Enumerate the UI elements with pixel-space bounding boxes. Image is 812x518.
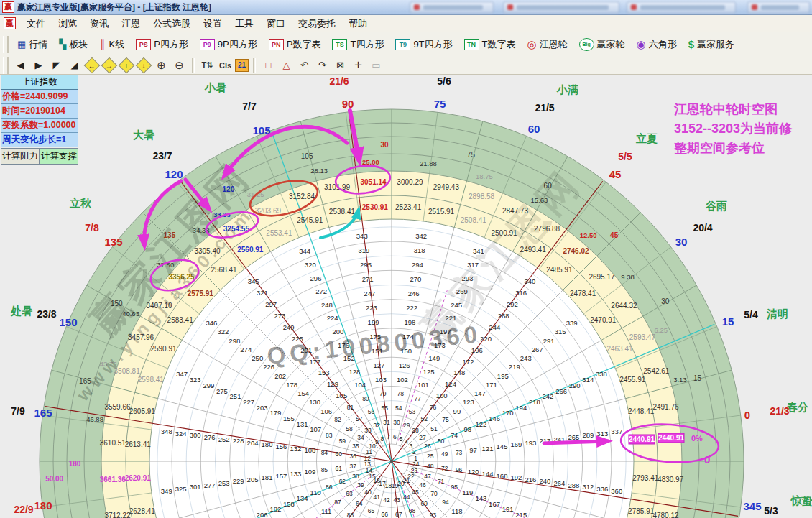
svg-text:6.25: 6.25 — [655, 326, 668, 334]
menu-item-公式选股[interactable]: 公式选股 — [147, 16, 197, 32]
svg-text:297: 297 — [265, 300, 277, 308]
index-name: 上证指数 — [1, 75, 78, 90]
wheel-outer-label: 21/5 — [535, 102, 554, 114]
background-window-tab[interactable] — [410, 1, 494, 14]
svg-text:158: 158 — [283, 500, 295, 508]
pan-down-button[interactable]: ↓ — [136, 57, 152, 73]
p-square-button[interactable]: PSP四方形 — [130, 35, 194, 54]
svg-text:219: 219 — [509, 363, 520, 371]
svg-text:4830.97: 4830.97 — [658, 476, 684, 484]
svg-text:146: 146 — [489, 415, 500, 422]
svg-text:81: 81 — [347, 404, 354, 411]
svg-text:2949.43: 2949.43 — [433, 183, 460, 191]
tab-title-blur — [423, 5, 483, 10]
svg-text:79: 79 — [379, 390, 387, 397]
menu-item-交易委托[interactable]: 交易委托 — [292, 16, 342, 32]
pan-right-button[interactable]: → — [101, 57, 118, 73]
skew-up-button[interactable]: ◤ — [48, 57, 65, 73]
rotate-ccw-button-icon: ↶ — [300, 60, 308, 70]
svg-text:68: 68 — [409, 507, 416, 514]
zoom-in-button[interactable]: ⊕ — [153, 57, 170, 73]
svg-text:84: 84 — [321, 449, 328, 456]
menu-item-文件[interactable]: 文件 — [20, 16, 52, 32]
menu-item-设置[interactable]: 设置 — [197, 16, 229, 32]
svg-text:347: 347 — [176, 370, 188, 378]
next-button[interactable]: ▶ — [30, 57, 47, 73]
p-table-button[interactable]: PNP数字表 — [263, 35, 327, 54]
svg-text:147: 147 — [474, 389, 486, 397]
gann-wheel-canvas[interactable]: 1234567891011121314151617181920212223242… — [0, 0, 812, 518]
calc-resistance-button[interactable]: 计算阻力 — [1, 148, 40, 165]
menu-item-浏览[interactable]: 浏览 — [52, 16, 83, 32]
svg-text:179: 179 — [269, 409, 281, 417]
rect-tool-button[interactable]: □ — [260, 57, 277, 73]
calendar-button[interactable]: 21 — [235, 59, 249, 72]
tab-app-icon — [631, 4, 637, 10]
svg-text:103: 103 — [375, 376, 387, 384]
svg-text:192: 192 — [511, 473, 522, 481]
t-table-button[interactable]: TNT数字表 — [458, 35, 522, 54]
t-square-button[interactable]: TST四方形 — [326, 35, 389, 54]
calc-support-button[interactable]: 计算支撑 — [40, 148, 78, 165]
svg-text:2545.91: 2545.91 — [297, 216, 323, 224]
svg-text:180: 180 — [69, 460, 81, 468]
svg-text:193: 193 — [525, 439, 537, 447]
solar-term-label: 春分 — [786, 401, 808, 413]
svg-text:244: 244 — [489, 323, 500, 331]
svg-text:145: 145 — [497, 443, 508, 450]
menu-logo-icon: 赢 — [4, 17, 16, 29]
svg-text:227: 227 — [243, 398, 254, 406]
pan-left-button[interactable]: ← — [84, 57, 101, 73]
wheel-outer-label: 22/9 — [14, 504, 33, 515]
triangle-tool-button[interactable]: △ — [278, 57, 295, 73]
kline-button[interactable]: ║K线 — [93, 35, 130, 54]
menu-item-江恩[interactable]: 江恩 — [115, 16, 147, 32]
menu-item-工具[interactable]: 工具 — [229, 16, 260, 32]
crosshair-tool-button[interactable]: ✛ — [350, 57, 366, 73]
screen-tool-button[interactable]: ▭ — [368, 57, 384, 73]
hexagon-button[interactable]: ◉六角形 — [631, 35, 683, 54]
window-title: 赢家江恩专业版[赢家服务平台] - [上证指数 江恩轮] — [17, 1, 211, 14]
svg-text:126: 126 — [399, 361, 410, 369]
background-window-tab[interactable] — [503, 1, 619, 14]
svg-text:131: 131 — [297, 420, 308, 428]
rotate-cw-button[interactable]: ↷ — [314, 57, 331, 73]
wheel-outer-label: 7/8 — [85, 222, 99, 233]
delete-tool-button[interactable]: ⊠ — [332, 57, 349, 73]
winner-wheel-button[interactable]: Big赢家轮 — [573, 35, 631, 54]
svg-text:118: 118 — [451, 507, 462, 515]
zoom-out-button[interactable]: ⊖ — [171, 57, 188, 73]
sectors-button[interactable]: ▚板块 — [53, 35, 93, 54]
background-window-tab[interactable] — [627, 1, 736, 14]
cls-button[interactable]: Cls — [217, 57, 234, 73]
gann-wheel-button[interactable]: ◎江恩轮 — [522, 35, 573, 54]
rotate-cw-button-icon: ↷ — [318, 60, 326, 70]
svg-text:2628.41: 2628.41 — [129, 507, 156, 515]
svg-text:344: 344 — [299, 247, 310, 255]
svg-text:295: 295 — [360, 261, 372, 269]
pan-up-button[interactable]: ↑ — [119, 57, 135, 73]
skew-down-button[interactable]: ◢ — [66, 57, 83, 73]
rotate-ccw-button[interactable]: ↶ — [296, 57, 313, 73]
prev-button[interactable]: ◀ — [12, 57, 29, 73]
menu-item-窗口[interactable]: 窗口 — [260, 16, 292, 32]
svg-text:30: 30 — [661, 297, 670, 305]
9t-square-button[interactable]: T99T四方形 — [389, 35, 458, 54]
time-price-button[interactable]: T⇅ — [199, 57, 216, 73]
service-button[interactable]: $赢家服务 — [683, 35, 740, 54]
svg-text:299: 299 — [203, 381, 214, 389]
svg-text:275: 275 — [216, 387, 228, 395]
wheel-outer-label: 165 — [34, 407, 52, 419]
wheel-outer-label: 21/3 — [770, 405, 789, 417]
prev-button-icon: ◀ — [17, 60, 24, 70]
pn-icon: PN — [269, 39, 284, 50]
blocks-icon: ▚ — [59, 39, 66, 50]
9p-square-button[interactable]: P99P四方形 — [194, 35, 263, 54]
background-window-tab[interactable] — [747, 1, 810, 14]
quotes-button[interactable]: ▦行情 — [11, 35, 53, 54]
svg-text:85: 85 — [321, 466, 328, 473]
svg-text:156: 156 — [276, 443, 287, 450]
menu-item-资讯[interactable]: 资讯 — [83, 16, 115, 32]
svg-text:47: 47 — [424, 473, 431, 480]
menu-item-帮助[interactable]: 帮助 — [342, 16, 374, 32]
